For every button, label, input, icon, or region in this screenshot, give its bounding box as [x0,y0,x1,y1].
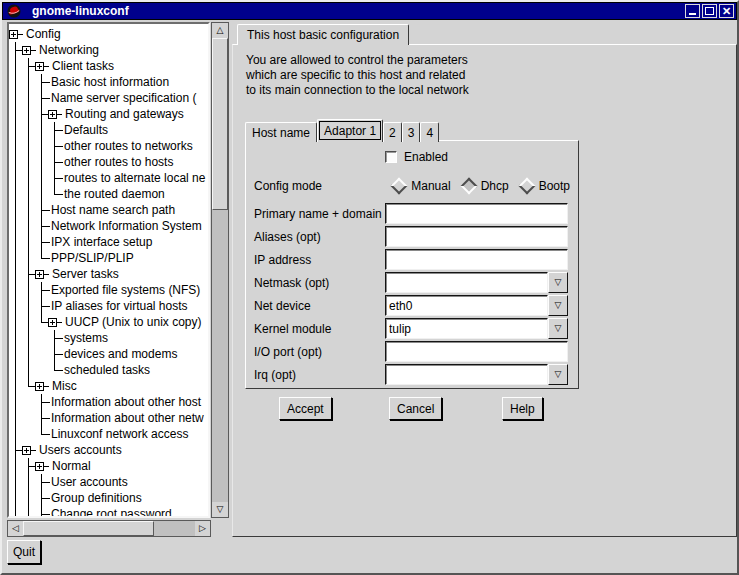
expander-plus-icon[interactable] [48,110,57,119]
expander-plus-icon[interactable] [22,446,31,455]
netmask-opt--input[interactable] [385,272,548,293]
tree-horizontal-scrollbar[interactable]: ◁ ▷ [7,520,211,537]
tree-item[interactable]: IPX interface setup [9,234,208,250]
expander-plus-icon[interactable] [35,382,44,391]
tree-guide [22,170,35,186]
scroll-right-button[interactable]: ▷ [195,521,210,536]
expander-plus-icon[interactable] [9,30,18,39]
radio-dhcp[interactable]: Dhcp [463,179,509,193]
tree-guide [35,106,48,122]
tree-item[interactable]: Information about other netw [9,410,208,426]
tree-item[interactable]: Information about other host [9,394,208,410]
tree-item[interactable]: Linuxconf network access [9,426,208,442]
expander-plus-icon[interactable] [35,462,44,471]
tree-guide [22,122,35,138]
tree-guide [35,138,48,154]
tree-item-label: Information about other host [51,395,201,409]
tree-item[interactable]: Users accounts [9,442,208,458]
vertical-scroll-thumb[interactable] [212,38,228,210]
tab-host-name[interactable]: Host name [245,122,317,142]
aliases-opt--input[interactable] [385,226,568,247]
scroll-up-button[interactable]: △ [212,23,228,38]
help-button[interactable]: Help [502,397,543,420]
tree-item[interactable]: PPP/SLIP/PLIP [9,250,208,266]
tree-item[interactable]: routes to alternate local ne [9,170,208,186]
irq-opt--input[interactable] [385,364,548,385]
config-tree[interactable]: ConfigNetworkingClient tasksBasic host i… [7,22,210,518]
net-device-input[interactable] [385,295,548,316]
scroll-left-button[interactable]: ◁ [8,521,23,536]
tree-guide [22,250,35,266]
tree-item[interactable]: other routes to networks [9,138,208,154]
tree-item[interactable]: UUCP (Unix to unix copy) [9,314,208,330]
tree-item[interactable]: Name server specification ( [9,90,208,106]
tree-guide [35,90,48,106]
config-mode-label: Config mode [254,179,322,193]
quit-button[interactable]: Quit [7,540,41,564]
tree-item[interactable]: Exported file systems (NFS) [9,282,208,298]
tree-guide [44,66,49,67]
tree-guide [35,490,48,506]
dropdown-arrow-button[interactable]: ▽ [548,272,568,293]
cancel-button[interactable]: Cancel [389,397,442,420]
tab-this-host-basic-configuration[interactable]: This host basic configuration [237,24,409,45]
close-button[interactable]: ✕ [719,4,734,18]
horizontal-scroll-thumb[interactable] [23,521,154,536]
ip-address-input[interactable] [385,249,568,270]
tree-item-label: Name server specification ( [51,91,196,105]
tree-item[interactable]: Config [9,26,208,42]
tree-vertical-scrollbar[interactable]: △ ▽ [211,22,229,518]
tree-item[interactable]: Change root password [9,506,208,518]
tree-item[interactable]: Client tasks [9,58,208,74]
dropdown-arrow-button[interactable]: ▽ [548,364,568,385]
minimize-button[interactable] [685,4,700,18]
vertical-scroll-trough[interactable] [212,210,228,502]
tree-item[interactable]: other routes to hosts [9,154,208,170]
tree-item[interactable]: devices and modems [9,346,208,362]
tree-item[interactable]: User accounts [9,474,208,490]
tree-item[interactable]: scheduled tasks [9,362,208,378]
tree-item[interactable]: Host name search path [9,202,208,218]
expander-plus-icon[interactable] [48,318,57,327]
tree-item[interactable]: Defaults [9,122,208,138]
radio-bootp[interactable]: Bootp [521,179,570,193]
tree-item[interactable]: Group definitions [9,490,208,506]
tree-item[interactable]: Networking [9,42,208,58]
dropdown-arrow-button[interactable]: ▽ [548,295,568,316]
scroll-down-button[interactable]: ▽ [212,502,228,517]
tree-guide [35,474,48,490]
tree-item[interactable]: IP aliases for virtual hosts [9,298,208,314]
tab-2[interactable]: 2 [383,122,402,142]
tree-item[interactable]: Misc [9,378,208,394]
tab-4[interactable]: 4 [420,122,439,142]
maximize-button[interactable] [702,4,717,18]
tree-guide [35,154,48,170]
tab-3[interactable]: 3 [402,122,421,142]
tree-guide [22,346,35,362]
tree-item[interactable]: Normal [9,458,208,474]
dropdown-arrow-button[interactable]: ▽ [548,318,568,339]
tree-item[interactable]: the routed daemon [9,186,208,202]
tree-item[interactable]: Routing and gateways [9,106,208,122]
tab-adaptor-1[interactable]: Adaptor 1 [317,119,383,142]
titlebar[interactable]: gnome-linuxconf ✕ [2,2,737,20]
expander-plus-icon[interactable] [22,46,31,55]
accept-button[interactable]: Accept [279,397,332,420]
tree-item[interactable]: Basic host information [9,74,208,90]
tree-item-label: Routing and gateways [65,107,184,121]
expander-plus-icon[interactable] [35,270,44,279]
tree-item[interactable]: Network Information System [9,218,208,234]
main-panel: This host basic configuration You are al… [232,22,737,537]
tree-item[interactable]: systems [9,330,208,346]
expander-plus-icon[interactable] [35,62,44,71]
tree-item-label: Linuxconf network access [51,427,188,441]
i-o-port-opt--input[interactable] [385,341,568,362]
tree-item[interactable]: Server tasks [9,266,208,282]
radio-manual[interactable]: Manual [393,179,450,193]
tree-guide [44,386,49,387]
kernel-module-input[interactable] [385,318,548,339]
tree-guide [35,298,48,314]
horizontal-scroll-trough[interactable] [154,521,195,536]
primary-name-domain-input[interactable] [385,203,568,224]
enabled-checkbox[interactable] [385,151,397,163]
